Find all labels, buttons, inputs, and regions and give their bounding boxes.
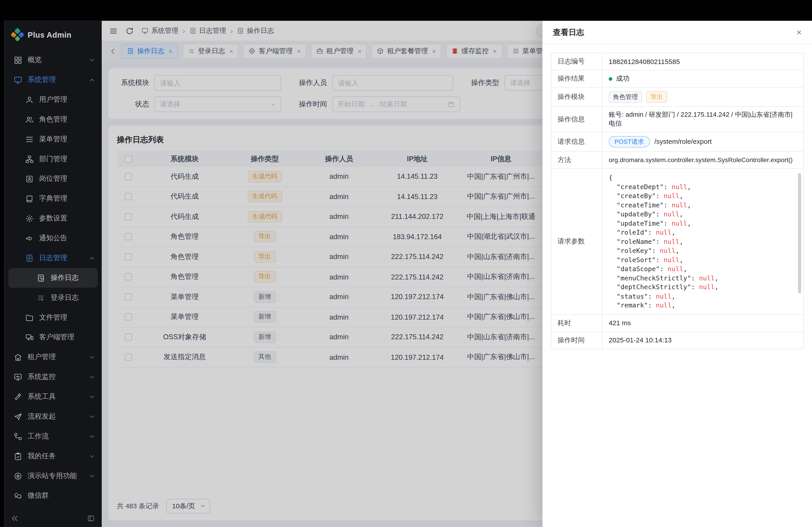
- request-url: /system/role/export: [654, 138, 712, 146]
- request-params-cell: { "createDept": null, "createBy": null, …: [602, 169, 804, 314]
- scrollbar-thumb[interactable]: [798, 173, 801, 293]
- view-log-drawer: 查看日志 × 日志编号 1882612840802115585 操作结果 成功: [542, 21, 812, 527]
- field-label-method: 方法: [551, 151, 602, 169]
- post-method-tag: POST请求: [609, 136, 650, 148]
- success-dot-icon: [609, 77, 612, 81]
- request-info-value: POST请求/system/role/export: [602, 132, 804, 151]
- field-label-params: 请求参数: [551, 169, 602, 314]
- log-detail-table: 日志编号 1882612840802115585 操作结果 成功 操作模块 角色…: [551, 53, 804, 349]
- module-tag: 角色管理: [609, 91, 642, 103]
- code-scrollbar[interactable]: [798, 173, 801, 310]
- drawer-body: 日志编号 1882612840802115585 操作结果 成功 操作模块 角色…: [542, 44, 812, 527]
- drawer-title: 查看日志: [553, 27, 584, 37]
- op-type-tag: 导出: [646, 91, 667, 103]
- field-label-result: 操作结果: [551, 70, 602, 87]
- field-label-module: 操作模块: [551, 87, 602, 107]
- duration-value: 421 ms: [602, 314, 804, 331]
- field-label-duration: 耗时: [551, 314, 602, 331]
- request-params-code: { "createDept": null, "createBy": null, …: [609, 173, 795, 310]
- result-value: 成功: [602, 70, 804, 87]
- screen: Plus Admin 概览 系统管理 用户管理: [0, 0, 812, 527]
- log-id-value: 1882612840802115585: [602, 53, 804, 70]
- drawer-header: 查看日志 ×: [542, 21, 812, 44]
- field-label-request: 请求信息: [551, 132, 602, 151]
- module-value: 角色管理导出: [602, 87, 804, 107]
- result-text: 成功: [616, 75, 629, 82]
- field-label-info: 操作信息: [551, 107, 602, 132]
- field-label-log-id: 日志编号: [551, 53, 602, 70]
- close-icon[interactable]: ×: [796, 28, 802, 37]
- op-time-value: 2025-01-24 10:14:13: [602, 332, 804, 349]
- field-label-op-time: 操作时间: [551, 332, 602, 349]
- operation-info-value: 账号: admin / 研发部门 / 222.175.114.242 / 中国|…: [602, 107, 804, 132]
- method-value: org.dromara.system.controller.system.Sys…: [602, 151, 804, 169]
